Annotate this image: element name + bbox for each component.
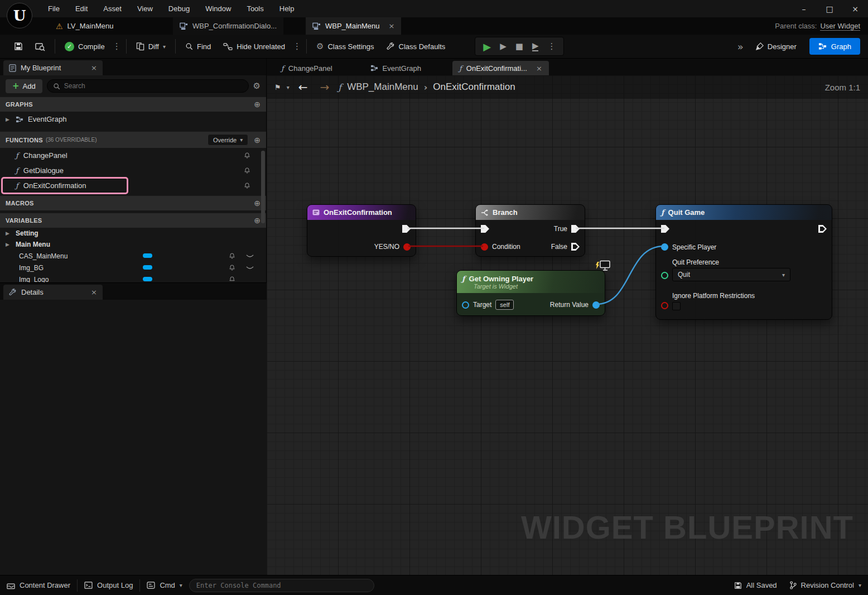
menu-file[interactable]: File bbox=[40, 0, 67, 17]
add-function-icon[interactable]: ⊕ bbox=[254, 136, 261, 145]
save-button[interactable] bbox=[8, 38, 29, 55]
add-graph-icon[interactable]: ⊕ bbox=[254, 100, 261, 109]
specific-player-pin[interactable] bbox=[661, 243, 668, 251]
macros-section-header[interactable]: MACROS ⊕ bbox=[0, 195, 266, 210]
exec-in-pin[interactable] bbox=[481, 225, 489, 233]
close-icon[interactable]: × bbox=[536, 64, 542, 73]
graph-tab-onexitconfirmation[interactable]: ƒ OnExitConfirmati... × bbox=[452, 61, 549, 75]
nav-back-icon[interactable]: ← bbox=[295, 80, 311, 94]
eye-closed-icon[interactable] bbox=[246, 254, 254, 259]
close-icon[interactable]: × bbox=[91, 288, 97, 296]
functions-section-header[interactable]: FUNCTIONS (36 OVERRIDABLE) Override ▾ ⊕ bbox=[0, 131, 266, 148]
content-drawer-button[interactable]: Content Drawer bbox=[7, 581, 70, 589]
add-variable-icon[interactable]: ⊕ bbox=[254, 216, 261, 225]
menu-asset[interactable]: Asset bbox=[95, 0, 129, 17]
ignore-platform-restrictions-checkbox[interactable] bbox=[672, 302, 681, 310]
graphs-section-header[interactable]: GRAPHS ⊕ bbox=[0, 97, 266, 112]
variable-category-setting[interactable]: ▶ Setting bbox=[0, 228, 266, 239]
variable-item-img-logo[interactable]: Img_Logo bbox=[0, 273, 266, 282]
close-icon[interactable]: × bbox=[91, 64, 97, 72]
breadcrumb-root[interactable]: WBP_MainMenu bbox=[347, 81, 418, 93]
panel-settings-gear-icon[interactable]: ⚙ bbox=[253, 81, 261, 91]
search-input[interactable] bbox=[64, 82, 243, 90]
menu-tools[interactable]: Tools bbox=[239, 0, 271, 17]
quit-preference-pin[interactable] bbox=[661, 272, 668, 279]
add-macro-icon[interactable]: ⊕ bbox=[254, 199, 261, 208]
condition-pin[interactable] bbox=[481, 243, 488, 251]
node-get-owning-player[interactable]: ƒ Get Owning Player Target is Widget Tar… bbox=[456, 270, 605, 316]
function-item-getdialogue[interactable]: ƒ GetDialogue bbox=[0, 163, 266, 178]
menu-edit[interactable]: Edit bbox=[67, 0, 95, 17]
maximize-icon[interactable]: □ bbox=[817, 0, 842, 17]
frame-skip-button[interactable]: ▶ bbox=[495, 41, 511, 51]
hide-unrelated-kebab-icon[interactable]: ⋮ bbox=[291, 41, 303, 51]
false-exec-pin[interactable] bbox=[571, 243, 580, 251]
minimize-icon[interactable]: – bbox=[791, 0, 817, 17]
output-log-button[interactable]: Output Log bbox=[84, 581, 133, 589]
designer-button[interactable]: Designer bbox=[749, 38, 803, 55]
expander-arrow-icon[interactable]: ▶ bbox=[6, 117, 11, 122]
tab-my-blueprint[interactable]: My Blueprint × bbox=[3, 60, 103, 75]
browse-to-asset-button[interactable] bbox=[29, 38, 51, 55]
menu-help[interactable]: Help bbox=[272, 0, 302, 17]
hide-unrelated-button[interactable]: Hide Unrelated bbox=[217, 38, 291, 55]
cmd-selector[interactable]: Cmd ▾ bbox=[147, 581, 182, 589]
window-close-icon[interactable]: × bbox=[842, 0, 868, 17]
variable-item-cas-mainmenu[interactable]: CAS_MainMenu bbox=[0, 250, 266, 262]
bell-icon[interactable] bbox=[244, 182, 250, 189]
graph-tab-eventgraph[interactable]: EventGraph bbox=[364, 61, 428, 75]
return-value-pin[interactable] bbox=[592, 301, 600, 309]
expander-arrow-icon[interactable]: ▶ bbox=[6, 242, 11, 247]
parent-class-link[interactable]: User Widget bbox=[820, 22, 860, 31]
class-defaults-button[interactable]: Class Defaults bbox=[380, 38, 452, 55]
override-dropdown[interactable]: Override ▾ bbox=[208, 134, 248, 146]
graph-tab-changepanel[interactable]: ƒ ChangePanel bbox=[274, 61, 339, 75]
nav-forward-icon[interactable]: → bbox=[316, 80, 332, 94]
quit-preference-dropdown[interactable]: Quit ▾ bbox=[672, 268, 790, 281]
true-exec-pin[interactable] bbox=[571, 225, 580, 233]
add-button[interactable]: + Add bbox=[6, 79, 42, 93]
node-quit-game[interactable]: ƒ Quit Game Specific Player Quit Prefere… bbox=[655, 204, 832, 320]
variables-section-header[interactable]: VARIABLES ⊕ bbox=[0, 213, 266, 228]
tab-details[interactable]: Details × bbox=[3, 285, 103, 300]
stop-button[interactable]: ■ bbox=[511, 41, 528, 51]
play-button[interactable]: ▶ bbox=[479, 41, 495, 52]
tab-level-asset[interactable]: ⚠ LV_MainMenu bbox=[56, 17, 113, 35]
variable-category-main-menu[interactable]: ▶ Main Menu bbox=[0, 239, 266, 250]
object-wire-returnvalue-to-specificplayer[interactable] bbox=[596, 246, 664, 304]
find-button[interactable]: Find bbox=[179, 38, 217, 55]
unreal-logo[interactable]: U bbox=[7, 3, 32, 28]
graph-button[interactable]: Graph bbox=[809, 38, 860, 55]
toolbar-overflow-icon[interactable]: » bbox=[732, 41, 749, 52]
console-command-input[interactable] bbox=[196, 582, 367, 589]
graph-canvas[interactable]: ⚑ ▾ ← → ƒ WBP_MainMenu › OnExitConfirmat… bbox=[267, 75, 868, 575]
function-item-changepanel[interactable]: ƒ ChangePanel bbox=[0, 148, 266, 163]
close-icon[interactable]: × bbox=[389, 22, 395, 30]
bookmark-chevron-icon[interactable]: ▾ bbox=[287, 84, 290, 90]
bell-icon[interactable] bbox=[229, 264, 235, 271]
ignore-platform-restrictions-pin[interactable] bbox=[661, 302, 668, 309]
class-settings-button[interactable]: ⚙ Class Settings bbox=[310, 38, 380, 55]
bookmark-icon[interactable]: ⚑ bbox=[274, 83, 281, 92]
bool-out-pin[interactable] bbox=[403, 243, 411, 251]
exec-out-pin[interactable] bbox=[818, 225, 827, 233]
diff-button[interactable]: Diff ▾ bbox=[130, 38, 172, 55]
compile-options-kebab-icon[interactable]: ⋮ bbox=[111, 41, 123, 51]
compile-button[interactable]: ✓ Compile bbox=[59, 38, 111, 55]
target-pin[interactable] bbox=[462, 301, 469, 309]
node-onexitconfirmation[interactable]: OnExitConfirmation YES/NO bbox=[307, 204, 416, 257]
node-branch[interactable]: Branch True Condition False bbox=[475, 204, 585, 257]
bell-icon[interactable] bbox=[244, 167, 250, 174]
tab-wbp-confirmationdialog[interactable]: WBP_ConfirmationDialo... bbox=[173, 17, 283, 35]
variable-item-img-bg[interactable]: Img_BG bbox=[0, 262, 266, 273]
menu-window[interactable]: Window bbox=[197, 0, 239, 17]
play-options-kebab-icon[interactable]: ⋮ bbox=[543, 41, 560, 51]
scrollbar-thumb[interactable] bbox=[261, 151, 265, 223]
exec-out-pin[interactable] bbox=[402, 225, 411, 233]
menu-debug[interactable]: Debug bbox=[161, 0, 197, 17]
function-item-onexitconfirmation[interactable]: ƒ OnExitConfirmation bbox=[0, 178, 266, 193]
all-saved-indicator[interactable]: All Saved bbox=[734, 581, 777, 589]
launch-button[interactable]: ▶ bbox=[532, 42, 539, 51]
revision-control-button[interactable]: Revision Control ▾ bbox=[789, 581, 861, 589]
tab-wbp-mainmenu[interactable]: WBP_MainMenu × bbox=[306, 17, 401, 35]
